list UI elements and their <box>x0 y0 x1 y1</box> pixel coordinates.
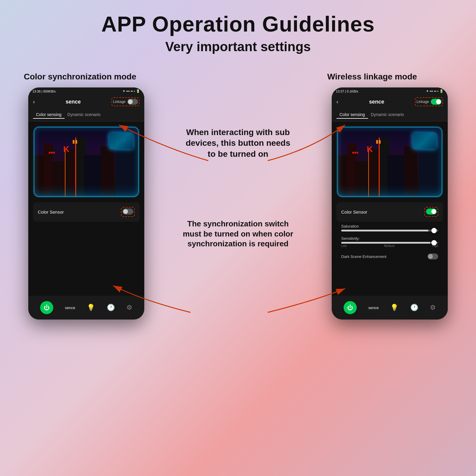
left-back-icon[interactable]: ‹ <box>33 99 35 105</box>
right-sensitivity-thumb[interactable] <box>431 240 437 245</box>
left-linkage-toggle[interactable] <box>127 99 138 105</box>
right-nav-clock-icon[interactable]: 🕐 <box>410 304 418 311</box>
left-phone-header: ‹ sence Linkage <box>28 95 144 109</box>
right-saturation-track[interactable] <box>341 230 438 231</box>
right-linkage-toggle[interactable] <box>431 99 441 105</box>
right-nav-sence[interactable]: sence <box>368 306 379 310</box>
phones-container: Color synchronization mode 13:36 | 600KB… <box>0 54 476 320</box>
right-phone-section: Wireless linkage mode 13:37 | 0.1KB/s ✦ … <box>327 72 452 320</box>
right-tab-color-sensing[interactable]: Color sensing <box>336 111 368 119</box>
annotation-bottom: The synchronization switch must be turne… <box>181 219 295 249</box>
left-phone-title: sence <box>65 99 81 105</box>
right-phone: 13:37 | 0.1KB/s ✦ ▪▪▪ ▪▪ ▪ 🔋 ‹ sence Lin… <box>332 87 448 320</box>
right-sensitivity-label: Sensitivity: <box>341 236 438 241</box>
right-saturation-row: Saturation <box>336 222 443 234</box>
left-sensor-toggle[interactable] <box>123 209 133 214</box>
left-status-bar: 13:36 | 600KB/s ✦ ▪▪▪ ▪▪ ▪ 🔋 <box>28 87 144 95</box>
annotation-top: When interacting with sub devices, this … <box>181 127 295 159</box>
right-glow-border <box>337 127 442 197</box>
left-sensor-toggle-box <box>121 207 135 217</box>
right-phone-content: K ▮▮ ■■■ Color Sensor <box>332 121 448 268</box>
left-linkage-label: Linkage <box>113 100 126 104</box>
annotation-bottom-text: The synchronization switch must be turne… <box>181 219 295 249</box>
right-nav-bulb-icon[interactable]: 💡 <box>390 304 398 311</box>
left-tab-color-sensing[interactable]: Color sensing <box>33 111 65 119</box>
left-tab-dynamic[interactable]: Dynamic scenario <box>65 111 104 119</box>
mark-low: Low <box>341 244 347 248</box>
right-linkage-label: Linkage <box>416 100 429 104</box>
right-status-icons: ✦ ▪▪▪ ▪▪ ▪ 🔋 <box>426 89 444 93</box>
right-dark-scene-row: Dark Scene Enhancement <box>336 250 443 263</box>
mark-medium: Medium <box>384 244 395 248</box>
left-sensor-label: Color Sensor <box>38 209 64 214</box>
left-phone-content: K ▮▮ ■■■ Color Sensor <box>28 121 144 226</box>
right-section-label: Wireless linkage mode <box>327 72 417 82</box>
left-phone: 13:36 | 600KB/s ✦ ▪▪▪ ▪▪ ▪ 🔋 ‹ sence Lin… <box>28 87 144 320</box>
left-nav-gear-icon[interactable]: ⚙ <box>126 304 132 311</box>
left-linkage-toggle-area: Linkage <box>112 97 140 106</box>
right-status-time: 13:37 | 0.1KB/s <box>336 90 358 93</box>
right-sensitivity-fill <box>341 242 430 244</box>
left-phone-section: Color synchronization mode 13:36 | 600KB… <box>24 72 149 320</box>
right-camera-view: K ▮▮ ■■■ <box>336 126 443 198</box>
left-status-time: 13:36 | 600KB/s <box>32 90 56 93</box>
right-saturation-thumb[interactable] <box>431 228 437 233</box>
right-phone-header: ‹ sence Linkage <box>332 95 448 109</box>
left-sensor-row: Color Sensor <box>33 202 140 222</box>
right-power-button[interactable]: ⏻ <box>344 301 357 314</box>
right-sensor-toggle-box <box>425 207 438 217</box>
right-slider-marks: Low Medium High <box>341 244 438 248</box>
right-nav-gear-icon[interactable]: ⚙ <box>430 304 436 311</box>
left-glow-border <box>34 127 139 197</box>
left-nav-sence[interactable]: sence <box>65 306 75 310</box>
right-sensitivity-track[interactable] <box>341 242 438 244</box>
right-back-icon[interactable]: ‹ <box>336 99 338 105</box>
page-title: APP Operation Guidelines <box>0 0 476 36</box>
left-section-label: Color synchronization mode <box>24 72 136 82</box>
right-dark-scene-label: Dark Scene Enhancement <box>341 254 386 259</box>
left-nav-bulb-icon[interactable]: 💡 <box>87 304 95 311</box>
right-dark-scene-toggle[interactable] <box>428 253 438 259</box>
right-sensitivity-row: Sensitivity: Low Medium High <box>336 234 443 250</box>
right-status-bar: 13:37 | 0.1KB/s ✦ ▪▪▪ ▪▪ ▪ 🔋 <box>332 87 448 95</box>
right-tab-dynamic[interactable]: Dynamic scenario <box>368 111 407 119</box>
left-bottom-nav: ⏻ sence 💡 🕐 ⚙ <box>28 296 144 320</box>
page-subtitle: Very important settings <box>0 36 476 54</box>
right-sensor-row: Color Sensor <box>336 202 443 222</box>
left-camera-view: K ▮▮ ■■■ <box>33 126 140 198</box>
right-sensor-toggle[interactable] <box>426 209 437 214</box>
center-annotations: When interacting with sub devices, this … <box>149 72 327 304</box>
right-bottom-nav: ⏻ sence 💡 🕐 ⚙ <box>332 296 448 320</box>
right-sensor-label: Color Sensor <box>341 209 367 214</box>
annotation-top-text: When interacting with sub devices, this … <box>181 127 295 159</box>
left-status-icons: ✦ ▪▪▪ ▪▪ ▪ 🔋 <box>123 89 140 93</box>
left-power-button[interactable]: ⏻ <box>40 301 53 314</box>
right-tabs: Color sensing Dynamic scenario <box>332 109 448 121</box>
left-tabs: Color sensing Dynamic scenario <box>28 109 144 121</box>
left-nav-clock-icon[interactable]: 🕐 <box>107 304 115 311</box>
right-phone-title: sence <box>369 99 384 105</box>
right-saturation-fill <box>341 230 428 231</box>
right-linkage-toggle-area: Linkage <box>415 97 443 106</box>
right-saturation-label: Saturation <box>341 224 438 228</box>
